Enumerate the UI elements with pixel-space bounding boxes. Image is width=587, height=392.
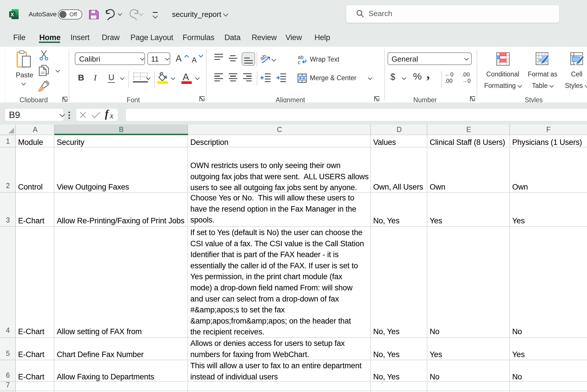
- svg-text:ab: ab: [259, 53, 268, 62]
- svg-text:c: c: [298, 60, 300, 65]
